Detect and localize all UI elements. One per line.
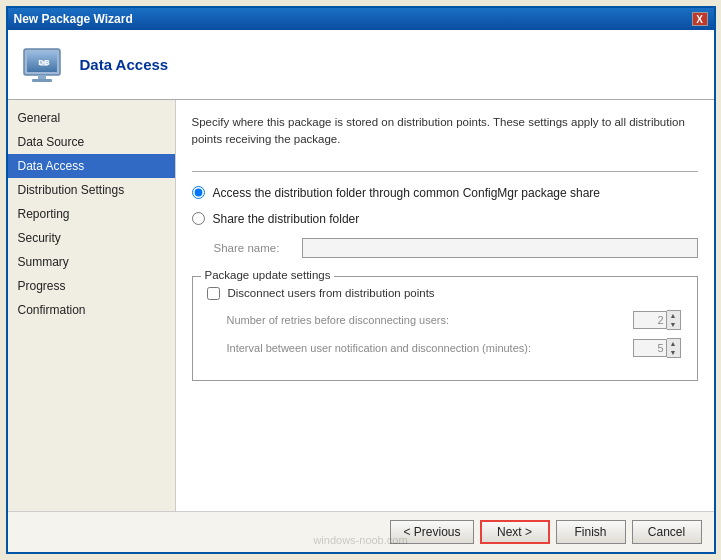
retries-input[interactable] <box>633 311 667 329</box>
sidebar-item-data-access[interactable]: Data Access <box>8 154 175 178</box>
title-bar: New Package Wizard X <box>8 8 714 30</box>
header-panel: DB Data Access <box>8 30 714 100</box>
retries-spin-down[interactable]: ▼ <box>667 320 680 329</box>
data-access-icon: DB <box>20 41 68 89</box>
interval-input[interactable] <box>633 339 667 357</box>
bottom-wrapper: < Previous Next > Finish Cancel windows-… <box>8 511 714 552</box>
wizard-window: New Package Wizard X DB Da <box>6 6 716 554</box>
retries-row: Number of retries before disconnecting u… <box>207 310 683 330</box>
interval-spin-up[interactable]: ▲ <box>667 339 680 348</box>
svg-rect-4 <box>32 79 52 82</box>
svg-text:DB: DB <box>38 58 50 67</box>
radio-option-1: Access the distribution folder through c… <box>192 186 698 200</box>
interval-spinbox: ▲ ▼ <box>633 338 683 358</box>
close-button[interactable]: X <box>692 12 708 26</box>
finish-button[interactable]: Finish <box>556 520 626 544</box>
cancel-button[interactable]: Cancel <box>632 520 702 544</box>
sidebar-item-confirmation[interactable]: Confirmation <box>8 298 175 322</box>
disconnect-users-checkbox[interactable] <box>207 287 220 300</box>
description-text: Specify where this package is stored on … <box>192 114 698 149</box>
main-panel: Specify where this package is stored on … <box>176 100 714 511</box>
share-name-row: Share name: <box>214 238 698 258</box>
sidebar-item-security[interactable]: Security <box>8 226 175 250</box>
retries-spinbox: ▲ ▼ <box>633 310 683 330</box>
header-title: Data Access <box>80 56 169 73</box>
interval-spin-down[interactable]: ▼ <box>667 348 680 357</box>
next-button[interactable]: Next > <box>480 520 550 544</box>
sidebar-item-progress[interactable]: Progress <box>8 274 175 298</box>
package-update-group: Package update settings Disconnect users… <box>192 276 698 381</box>
interval-spin-buttons: ▲ ▼ <box>667 338 681 358</box>
bottom-bar: < Previous Next > Finish Cancel <box>8 511 714 552</box>
header-icon-container: DB <box>20 41 68 89</box>
previous-button[interactable]: < Previous <box>390 520 473 544</box>
sidebar-item-distribution-settings[interactable]: Distribution Settings <box>8 178 175 202</box>
window-title: New Package Wizard <box>14 12 133 26</box>
retries-spin-buttons: ▲ ▼ <box>667 310 681 330</box>
radio-option-2: Share the distribution folder <box>192 212 698 226</box>
interval-label: Interval between user notification and d… <box>227 342 633 354</box>
retries-label: Number of retries before disconnecting u… <box>227 314 633 326</box>
radio-label-2[interactable]: Share the distribution folder <box>213 212 360 226</box>
radio-share-folder[interactable] <box>192 212 205 225</box>
radio-label-1[interactable]: Access the distribution folder through c… <box>213 186 601 200</box>
retries-spin-up[interactable]: ▲ <box>667 311 680 320</box>
disconnect-users-row: Disconnect users from distribution point… <box>207 287 683 300</box>
svg-rect-3 <box>38 75 46 79</box>
interval-row: Interval between user notification and d… <box>207 338 683 358</box>
sidebar-item-general[interactable]: General <box>8 106 175 130</box>
sidebar-item-summary[interactable]: Summary <box>8 250 175 274</box>
disconnect-users-label[interactable]: Disconnect users from distribution point… <box>228 287 435 299</box>
radio-configmgr-share[interactable] <box>192 186 205 199</box>
sidebar-item-reporting[interactable]: Reporting <box>8 202 175 226</box>
group-box-legend: Package update settings <box>201 269 335 281</box>
separator <box>192 171 698 172</box>
share-name-input[interactable] <box>302 238 698 258</box>
share-name-label: Share name: <box>214 242 294 254</box>
sidebar: General Data Source Data Access Distribu… <box>8 100 176 511</box>
content-area: General Data Source Data Access Distribu… <box>8 100 714 511</box>
sidebar-item-data-source[interactable]: Data Source <box>8 130 175 154</box>
